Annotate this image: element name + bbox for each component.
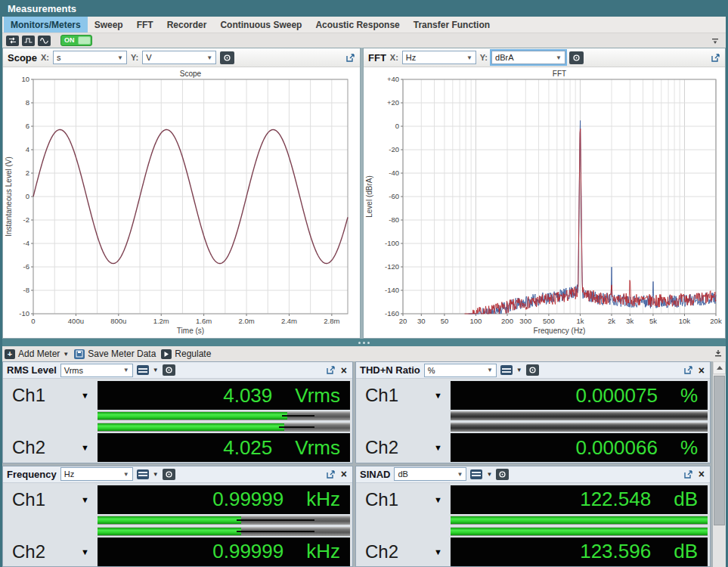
channel-selector-ch1[interactable]: Ch1▼ — [5, 381, 98, 410]
scope-x-axis-label: X: — [41, 53, 49, 62]
meter-unit-select[interactable]: dB▼ — [394, 467, 466, 481]
scope-y-unit-select[interactable]: V▼ — [142, 51, 216, 64]
scope-settings-gear-icon[interactable] — [220, 51, 234, 64]
svg-text:Level (dBrA): Level (dBrA) — [365, 175, 373, 218]
tab-continuous-sweep[interactable]: Continuous Sweep — [213, 17, 308, 33]
meter-unit-select[interactable]: Hz▼ — [60, 467, 133, 481]
svg-text:0: 0 — [26, 192, 29, 200]
meter-settings-gear-icon[interactable] — [496, 469, 509, 480]
on-toggle-knob — [78, 36, 91, 45]
channel-selector-ch1[interactable]: Ch1▼ — [5, 485, 98, 514]
chevron-down-icon: ▼ — [81, 391, 89, 400]
meter-popout-icon[interactable] — [683, 365, 693, 375]
chevron-down-icon[interactable]: ▼ — [516, 367, 522, 373]
collapse-panel-icon[interactable] — [714, 349, 722, 359]
tab-sweep[interactable]: Sweep — [88, 17, 130, 33]
svg-text:2.4m: 2.4m — [281, 317, 297, 325]
fft-y-unit-select[interactable]: dBrA▼ — [491, 51, 565, 64]
meter-unit-select[interactable]: %▼ — [424, 364, 497, 377]
bar-display-mode-icon[interactable] — [137, 469, 149, 479]
scope-x-unit-select[interactable]: s▼ — [53, 51, 127, 64]
meter-panel-sinad: SINADdB▼▼×Ch1▼122.548dBCh2▼123.596dB — [355, 466, 711, 567]
tab-acoustic-response[interactable]: Acoustic Response — [308, 17, 406, 33]
close-icon[interactable]: × — [339, 469, 349, 479]
close-icon[interactable]: × — [339, 365, 349, 376]
panel-splitter-handle[interactable] — [2, 339, 726, 346]
add-meter-button[interactable]: + Add Meter ▼ — [5, 349, 69, 359]
channel-selector-ch2[interactable]: Ch2▼ — [5, 433, 98, 462]
meter-unit: % — [680, 436, 698, 460]
fft-panel: FFT X: Hz▼ Y: dBrA▼ 2030501002003005001k… — [363, 48, 726, 339]
svg-text:-10: -10 — [19, 309, 29, 318]
chevron-down-icon: ▼ — [434, 443, 442, 452]
scope-panel-header: Scope X: s▼ Y: V▼ — [3, 48, 360, 67]
frequency-ch2-reading: 0.99999kHz — [98, 538, 350, 566]
channel-selector-ch1[interactable]: Ch1▼ — [358, 381, 451, 410]
tab-recorder[interactable]: Recorder — [160, 17, 214, 33]
tab-transfer-function[interactable]: Transfer Function — [407, 17, 497, 33]
generator-square-wave-icon[interactable] — [22, 36, 35, 46]
scrollbar-up-button[interactable] — [713, 361, 726, 374]
meter-name: Frequency — [7, 469, 57, 480]
tab-monitors-meters[interactable]: Monitors/Meters — [4, 17, 88, 33]
thd-n-ratio-ch2-reading: 0.000066% — [451, 433, 708, 462]
close-icon[interactable]: × — [697, 469, 706, 479]
tab-fft[interactable]: FFT — [130, 17, 160, 33]
meter-unit-select[interactable]: Vrms▼ — [60, 364, 133, 377]
close-icon[interactable]: × — [697, 365, 706, 376]
monitor-sine-icon[interactable] — [38, 36, 51, 46]
svg-text:20: 20 — [399, 317, 407, 325]
meter-settings-gear-icon[interactable] — [526, 364, 539, 376]
channel-selector-ch1[interactable]: Ch1▼ — [358, 485, 451, 514]
svg-text:-140: -140 — [385, 286, 399, 294]
save-meter-data-button[interactable]: Save Meter Data — [74, 349, 156, 359]
chevron-down-icon: ▼ — [434, 391, 442, 400]
svg-text:-20: -20 — [389, 145, 399, 153]
regulate-button[interactable]: Regulate — [161, 349, 211, 359]
channel-row: Ch2▼123.596dB — [358, 538, 708, 566]
chevron-down-icon[interactable]: ▼ — [486, 471, 492, 478]
svg-text:Instantaneous Level (V): Instantaneous Level (V) — [5, 156, 13, 237]
save-icon — [74, 349, 85, 359]
chevron-down-icon[interactable]: ▼ — [153, 367, 159, 373]
meter-popout-icon[interactable] — [683, 469, 693, 479]
meter-value: 4.025 — [223, 436, 272, 460]
toolbar-pin-icon[interactable] — [711, 34, 719, 48]
scope-y-axis-label: Y: — [131, 53, 138, 62]
io-routing-icon[interactable] — [6, 36, 19, 46]
bar-display-mode-icon[interactable] — [500, 365, 513, 375]
bar-display-mode-icon[interactable] — [137, 365, 149, 375]
meter-popout-icon[interactable] — [326, 365, 336, 375]
level-bar — [451, 423, 708, 432]
bar-display-mode-icon[interactable] — [470, 469, 482, 479]
meter-settings-gear-icon[interactable] — [163, 364, 175, 376]
svg-text:-100: -100 — [385, 239, 399, 247]
channel-selector-ch2[interactable]: Ch2▼ — [5, 538, 98, 566]
channel-selector-ch2[interactable]: Ch2▼ — [358, 538, 451, 566]
chevron-down-icon[interactable]: ▼ — [153, 471, 159, 478]
chevron-down-icon: ▼ — [556, 54, 562, 61]
generator-on-toggle[interactable]: ON — [60, 35, 92, 46]
fft-chart[interactable]: 2030501002003005001k2k3k5k10k20k-160-140… — [364, 67, 725, 338]
fft-settings-gear-icon[interactable] — [569, 51, 584, 64]
plus-icon: + — [5, 349, 15, 359]
scope-popout-icon[interactable] — [345, 53, 355, 63]
chevron-down-icon: ▼ — [63, 351, 69, 358]
meter-body: Ch1▼0.000075%Ch2▼0.000066% — [356, 379, 710, 463]
meters-scrollbar[interactable] — [713, 361, 726, 567]
scope-chart[interactable]: 0400u800u1.2m1.6m2.0m2.4m2.8m-10-8-6-4-2… — [3, 67, 360, 338]
channel-row: Ch1▼4.039Vrms — [5, 381, 350, 410]
meter-popout-icon[interactable] — [326, 469, 336, 479]
channel-selector-ch2[interactable]: Ch2▼ — [358, 433, 451, 462]
frequency-ch1-reading: 0.99999kHz — [98, 485, 350, 514]
meter-panel-frequency: FrequencyHz▼▼×Ch1▼0.99999kHzCh2▼0.99999k… — [2, 466, 353, 567]
svg-text:300: 300 — [519, 317, 531, 325]
fft-popout-icon[interactable] — [711, 53, 720, 63]
scrollbar-thumb[interactable] — [714, 376, 725, 525]
meter-settings-gear-icon[interactable] — [163, 469, 175, 480]
level-bar — [451, 411, 708, 420]
fft-x-unit-select[interactable]: Hz▼ — [402, 51, 476, 64]
svg-text:2k: 2k — [608, 317, 615, 325]
meter-unit: Vrms — [295, 436, 340, 460]
meter-value: 4.039 — [223, 384, 272, 407]
